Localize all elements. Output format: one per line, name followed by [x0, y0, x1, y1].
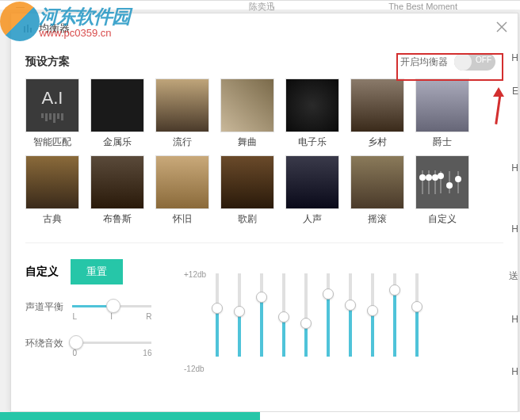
watermark-title: 河东软件园 [39, 4, 130, 29]
preset-name: 舞曲 [220, 136, 274, 149]
preset-item-blues[interactable]: 布鲁斯 [90, 155, 144, 226]
surround-mark-right: 16 [143, 349, 151, 357]
preset-item-opera[interactable]: 歌剧 [220, 155, 274, 226]
balance-label: 声道平衡 [25, 300, 69, 314]
db-label-bottom: -12db [184, 365, 205, 373]
eq-band-knob[interactable] [323, 288, 334, 300]
preset-thumb [220, 78, 274, 132]
surround-slider[interactable] [72, 342, 151, 344]
preset-thumb [155, 155, 209, 209]
preset-thumb [220, 155, 274, 209]
edge-text: E [512, 86, 518, 97]
divider [25, 242, 503, 243]
edge-text: 送 [509, 269, 518, 283]
preset-section-title: 预设方案 [25, 55, 70, 69]
eq-band-knob[interactable] [234, 306, 245, 317]
preset-name: 爵士 [415, 136, 469, 149]
eq-band-knob[interactable] [411, 301, 422, 312]
eq-band-knob[interactable] [367, 305, 378, 316]
eq-band-slider[interactable] [216, 273, 219, 357]
preset-thumb [285, 155, 339, 209]
preset-item-pop[interactable]: 流行 [155, 78, 209, 149]
preset-name: 布鲁斯 [90, 212, 144, 226]
balance-knob[interactable] [106, 299, 120, 313]
preset-thumb [90, 78, 144, 132]
preset-thumb-custom: span::after{top:5px} [415, 155, 469, 209]
preset-thumb [350, 155, 404, 209]
bg-col-mid: 陈奕迅 [249, 2, 275, 11]
preset-thumb [285, 78, 339, 132]
eq-band-knob[interactable] [345, 300, 356, 311]
preset-item-nostalgic[interactable]: 怀旧 [155, 155, 209, 226]
preset-item-vocal[interactable]: 人声 [285, 155, 339, 226]
surround-mark-left: 0 [72, 349, 77, 357]
preset-item-electronic[interactable]: 电子乐 [285, 78, 339, 149]
reset-button[interactable]: 重置 [71, 259, 123, 284]
preset-name: 古典 [25, 212, 79, 226]
preset-thumb [90, 155, 144, 209]
preset-item-dance[interactable]: 舞曲 [220, 78, 274, 149]
preset-name: 人声 [285, 212, 339, 226]
bg-col-right: The Best Moment [388, 2, 457, 11]
preset-name: 电子乐 [285, 136, 339, 149]
annotation-highlight [396, 53, 503, 81]
balance-mark-right: R [146, 312, 151, 321]
edge-text: H [511, 162, 518, 174]
preset-grid: A.I 智能匹配 金属乐 流行 舞曲 电子乐 [11, 74, 518, 236]
preset-name: 歌剧 [220, 212, 274, 226]
eq-band-slider[interactable] [327, 273, 330, 357]
eq-band-slider[interactable] [260, 273, 263, 357]
preset-name: 金属乐 [90, 136, 144, 149]
eq-band-knob[interactable] [389, 284, 400, 296]
eq-band-slider[interactable] [415, 273, 419, 357]
surround-label: 环绕音效 [25, 337, 69, 350]
balance-slider[interactable] [72, 305, 151, 307]
eq-band-group [216, 273, 503, 357]
svg-point-8 [438, 173, 444, 179]
preset-item-custom[interactable]: span::after{top:5px} 自定义 [415, 155, 469, 226]
svg-point-9 [446, 182, 453, 189]
preset-thumb [350, 78, 404, 132]
eq-band-knob[interactable] [278, 311, 289, 323]
bottom-bar [0, 412, 520, 420]
eq-band-slider[interactable] [238, 273, 241, 357]
edge-text: H [511, 314, 518, 325]
eq-band-slider[interactable] [304, 273, 308, 357]
sliders-icon [436, 168, 463, 197]
preset-thumb [415, 78, 469, 132]
svg-point-10 [455, 176, 461, 182]
edge-text: H [511, 52, 518, 63]
eq-band-slider[interactable] [349, 273, 352, 357]
eq-band-knob[interactable] [212, 303, 223, 314]
preset-item-ai[interactable]: A.I 智能匹配 [25, 78, 79, 149]
eq-band-slider[interactable] [393, 273, 396, 357]
preset-item-country[interactable]: 乡村 [350, 78, 404, 149]
preset-thumb [155, 78, 209, 132]
preset-name: 自定义 [415, 212, 469, 226]
edge-text: H [511, 223, 518, 235]
db-label-top: +12db [184, 270, 206, 279]
watermark: 河东软件园 www.pc0359.cn [0, 2, 130, 41]
preset-item-classical[interactable]: 古典 [25, 155, 79, 226]
eq-band-slider[interactable] [371, 273, 374, 357]
eq-band-knob[interactable] [300, 318, 312, 329]
equalizer-panel: 均衡器 预设方案 开启均衡器 OFF A.I 智能匹配 [10, 13, 518, 412]
watermark-logo-icon [0, 2, 40, 41]
edge-text: H [511, 366, 518, 377]
preset-thumb [25, 155, 79, 209]
preset-name: 智能匹配 [25, 136, 79, 149]
preset-item-rock[interactable]: 摇滚 [350, 155, 404, 226]
custom-section-title: 自定义 [25, 265, 59, 279]
surround-knob[interactable] [69, 335, 83, 349]
annotation-arrow-icon [492, 89, 502, 124]
balance-mark-mid: I [110, 312, 113, 321]
preset-name: 摇滚 [350, 212, 404, 226]
close-icon [496, 21, 507, 32]
preset-item-metal[interactable]: 金属乐 [90, 78, 144, 149]
eq-band-knob[interactable] [256, 292, 267, 303]
preset-item-jazz[interactable]: 爵士 [415, 78, 469, 149]
eq-band-slider[interactable] [282, 273, 285, 357]
close-button[interactable] [494, 20, 510, 36]
preset-name: 乡村 [350, 136, 404, 149]
preset-name: 怀旧 [155, 212, 209, 226]
